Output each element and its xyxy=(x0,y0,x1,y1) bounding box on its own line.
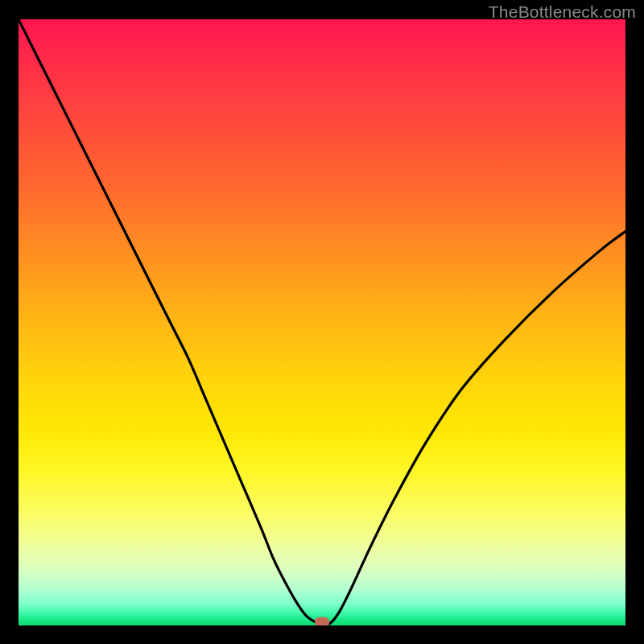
chart-frame: TheBottleneck.com xyxy=(0,0,644,644)
bottleneck-curve xyxy=(19,19,625,625)
watermark-text: TheBottleneck.com xyxy=(489,2,636,22)
plot-area xyxy=(19,19,625,625)
optimal-point-marker xyxy=(315,617,329,626)
